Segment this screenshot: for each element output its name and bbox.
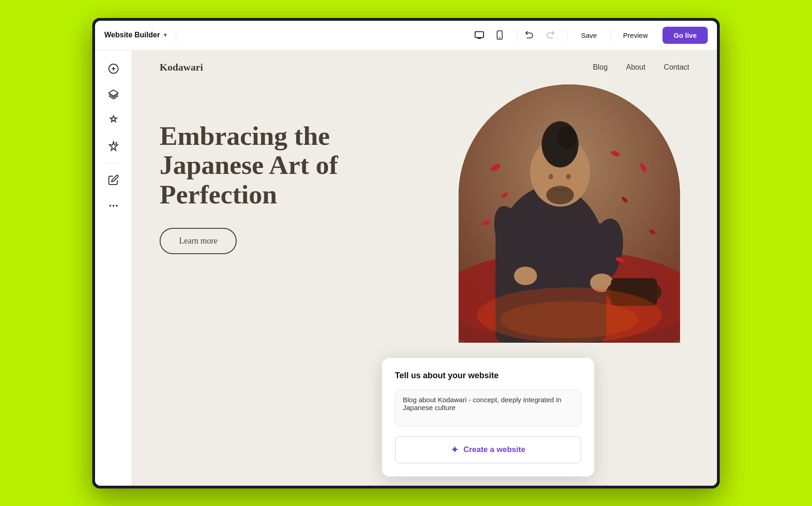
nav-contact[interactable]: Contact bbox=[664, 63, 689, 71]
sidebar-ai-button[interactable] bbox=[102, 135, 125, 157]
nav-blog[interactable]: Blog bbox=[593, 63, 608, 71]
save-button[interactable]: Save bbox=[572, 28, 606, 43]
topbar-brand[interactable]: Website Builder ▾ bbox=[104, 31, 167, 39]
create-website-label: Create a website bbox=[463, 445, 525, 454]
undo-redo-divider bbox=[517, 29, 518, 42]
save-preview-divider bbox=[610, 29, 610, 42]
sidebar-more-button[interactable] bbox=[102, 195, 125, 217]
svg-point-9 bbox=[115, 142, 117, 144]
device-icons bbox=[471, 27, 508, 43]
redo-button[interactable] bbox=[542, 27, 558, 43]
hero-text: Embracing the Japanese Art of Perfection… bbox=[160, 94, 689, 254]
undo-button[interactable] bbox=[521, 27, 538, 43]
golive-button[interactable]: Go live bbox=[663, 27, 708, 44]
ai-dialog-textarea[interactable] bbox=[395, 390, 581, 427]
nav-about[interactable]: About bbox=[626, 63, 645, 71]
desktop-view-button[interactable] bbox=[471, 27, 488, 43]
svg-point-11 bbox=[113, 205, 114, 207]
main-area: Kodawari Blog About Contact Embracing th… bbox=[95, 50, 717, 486]
outer-frame: Website Builder ▾ bbox=[92, 18, 720, 488]
action-divider bbox=[567, 29, 568, 42]
undo-redo-icons bbox=[521, 27, 558, 43]
brand-label: Website Builder bbox=[104, 31, 160, 39]
svg-rect-0 bbox=[475, 32, 484, 38]
svg-point-10 bbox=[109, 205, 111, 207]
website-nav: Kodawari Blog About Contact bbox=[132, 50, 717, 84]
topbar: Website Builder ▾ bbox=[95, 21, 717, 50]
mobile-view-button[interactable] bbox=[491, 27, 508, 43]
canvas-area: Kodawari Blog About Contact Embracing th… bbox=[132, 50, 717, 486]
svg-point-12 bbox=[116, 205, 118, 207]
topbar-divider bbox=[176, 28, 176, 42]
website-preview: Kodawari Blog About Contact Embracing th… bbox=[132, 50, 717, 486]
sparkle-icon: ✦ bbox=[451, 444, 459, 455]
hero-section: Embracing the Japanese Art of Perfection… bbox=[132, 84, 717, 315]
sidebar-edit-button[interactable] bbox=[102, 169, 125, 191]
website-nav-links: Blog About Contact bbox=[593, 63, 689, 71]
create-website-button[interactable]: ✦ Create a website bbox=[395, 436, 581, 464]
ai-dialog: Tell us about your website ✦ Create a we… bbox=[382, 358, 594, 476]
sidebar-layers-button[interactable] bbox=[102, 83, 125, 106]
sidebar-add-button[interactable] bbox=[102, 58, 125, 80]
website-logo: Kodawari bbox=[160, 61, 593, 73]
sidebar-design-button[interactable] bbox=[102, 109, 125, 131]
inner-container: Website Builder ▾ bbox=[95, 21, 717, 486]
preview-button[interactable]: Preview bbox=[614, 28, 657, 43]
sidebar-divider bbox=[106, 163, 121, 163]
sidebar bbox=[95, 50, 132, 486]
brand-chevron: ▾ bbox=[164, 32, 167, 38]
hero-title: Embracing the Japanese Art of Perfection bbox=[160, 121, 400, 209]
ai-dialog-title: Tell us about your website bbox=[395, 371, 581, 381]
hero-learn-more-button[interactable]: Learn more bbox=[160, 228, 237, 254]
